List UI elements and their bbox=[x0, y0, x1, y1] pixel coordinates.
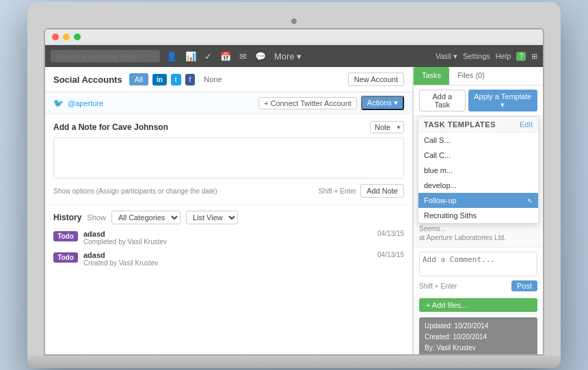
add-note-button[interactable]: Add Note bbox=[360, 184, 404, 198]
chart-icon[interactable]: 📊 bbox=[183, 50, 198, 63]
todo-badge: Todo bbox=[53, 231, 78, 241]
comment-area: Shift + Enter Post bbox=[414, 247, 543, 295]
note-footer-right: Shift + Enter Add Note bbox=[319, 184, 404, 198]
dropdown-edit-button[interactable]: Edit bbox=[520, 120, 533, 129]
new-account-button[interactable]: New Account bbox=[348, 72, 404, 86]
twitter-icon: 🐦 bbox=[53, 98, 64, 108]
cursor-icon: ↖ bbox=[527, 197, 533, 204]
history-text: adasd Completed by Vasil Krustev bbox=[83, 230, 372, 246]
dropdown-item[interactable]: Call S... bbox=[418, 133, 538, 148]
note-section: Add a Note for Cave Johnson Note ▼ Show … bbox=[45, 114, 412, 205]
history-item-sub: Created by Vasil Krustev bbox=[83, 259, 372, 267]
dropdown-header: TASK TEMPLATES Edit bbox=[418, 117, 538, 133]
check-icon[interactable]: ✓ bbox=[202, 50, 214, 63]
seems-text: Seems... bbox=[414, 224, 543, 234]
comment-input[interactable] bbox=[419, 252, 537, 276]
search-input[interactable] bbox=[51, 50, 160, 62]
task-templates-dropdown: TASK TEMPLATES Edit Call S... Call C... … bbox=[418, 116, 539, 224]
add-files-button[interactable]: + Add files... bbox=[419, 298, 537, 312]
comment-footer: Shift + Enter Post bbox=[419, 280, 537, 291]
laptop-screen: 👤 📊 ✓ 📅 ✉ 💬 More ▾ Vasil ▾ Settings Help… bbox=[44, 28, 544, 356]
dropdown-item[interactable]: Call C... bbox=[418, 148, 538, 163]
traffic-lights bbox=[45, 29, 543, 45]
facebook-filter-button[interactable]: f bbox=[185, 74, 196, 85]
social-accounts-title: Social Accounts bbox=[53, 75, 122, 85]
history-date: 04/13/15 bbox=[377, 251, 404, 259]
task-buttons: Add a Task Apply a Template ▾ bbox=[414, 85, 543, 116]
minimize-button[interactable] bbox=[63, 34, 70, 40]
history-text: adasd Created by Vasil Krustev bbox=[83, 251, 372, 267]
social-bar: Social Accounts All in t f None New Acco… bbox=[45, 67, 412, 92]
note-title: Add a Note for Cave Johnson bbox=[53, 122, 168, 132]
tab-files[interactable]: Files (0) bbox=[449, 67, 493, 85]
close-button[interactable] bbox=[52, 34, 59, 40]
dropdown-title: TASK TEMPLATES bbox=[424, 120, 496, 129]
calendar-icon[interactable]: 📅 bbox=[218, 50, 233, 63]
maximize-button[interactable] bbox=[74, 34, 81, 40]
all-filter-button[interactable]: All bbox=[129, 73, 148, 85]
show-options-link[interactable]: Show options (Assign participants or cha… bbox=[53, 187, 217, 195]
at-text: at Aperture Laboratories Ltd. bbox=[414, 234, 543, 244]
add-task-button[interactable]: Add a Task bbox=[419, 90, 466, 111]
history-section: History Show All Categories List View To… bbox=[45, 205, 412, 354]
view-select[interactable]: List View bbox=[186, 211, 238, 224]
todo-badge: Todo bbox=[53, 252, 78, 263]
tasks-tabs: Tasks Files (0) bbox=[414, 67, 543, 85]
dropdown-item[interactable]: develop... bbox=[418, 178, 538, 193]
nav-bar: 👤 📊 ✓ 📅 ✉ 💬 More ▾ Vasil ▾ Settings Help… bbox=[45, 45, 543, 67]
nav-right: Vasil ▾ Settings Help ? ⊞ bbox=[436, 52, 537, 61]
shift-enter-hint: Shift + Enter bbox=[319, 187, 356, 195]
dropdown-item[interactable]: Recruiting Siths bbox=[418, 208, 538, 223]
note-textarea[interactable] bbox=[53, 137, 404, 179]
dropdown-item[interactable]: blue m... bbox=[418, 163, 538, 178]
mail-icon[interactable]: ✉ bbox=[237, 50, 249, 63]
grid-icon[interactable]: ⊞ bbox=[531, 52, 537, 61]
history-date: 04/13/15 bbox=[377, 230, 404, 237]
camera-dot bbox=[291, 18, 297, 24]
history-item-title: adasd bbox=[83, 251, 372, 259]
shift-enter-hint: Shift + Enter bbox=[419, 282, 457, 290]
linkedin-filter-button[interactable]: in bbox=[152, 74, 167, 85]
apply-template-button[interactable]: Apply a Template ▾ bbox=[468, 90, 537, 111]
created-text: Created: 10/20/2014 bbox=[425, 332, 532, 343]
twitter-handle[interactable]: @aperture bbox=[68, 99, 103, 107]
note-header: Add a Note for Cave Johnson Note ▼ bbox=[53, 121, 404, 133]
history-item: Todo adasd Completed by Vasil Krustev 04… bbox=[53, 230, 404, 246]
dropdown-item-followup[interactable]: Follow-up ↖ bbox=[418, 193, 538, 208]
twitter-row: 🐦 @aperture + Connect Twitter Account Ac… bbox=[45, 92, 412, 114]
right-panel: Tasks Files (0) Add a Task Apply a Templ… bbox=[413, 67, 543, 354]
note-type-select[interactable]: Note bbox=[370, 121, 404, 133]
actions-button[interactable]: Actions ▾ bbox=[361, 96, 404, 110]
connect-twitter-button[interactable]: + Connect Twitter Account bbox=[258, 97, 357, 109]
help-badge: ? bbox=[516, 52, 526, 61]
note-type-wrapper: Note ▼ bbox=[370, 121, 404, 133]
twitter-filter-button[interactable]: t bbox=[171, 74, 181, 85]
history-item-title: adasd bbox=[83, 230, 372, 238]
help-link[interactable]: Help bbox=[496, 52, 511, 60]
note-footer: Show options (Assign participants or cha… bbox=[53, 184, 404, 198]
history-item: Todo adasd Created by Vasil Krustev 04/1… bbox=[53, 251, 404, 267]
laptop-base bbox=[27, 356, 561, 368]
more-label[interactable]: More ▾ bbox=[272, 50, 304, 63]
person-icon[interactable]: 👤 bbox=[164, 50, 179, 63]
history-title: History bbox=[53, 213, 81, 222]
category-select[interactable]: All Categories bbox=[111, 211, 181, 224]
show-label: Show bbox=[87, 213, 106, 222]
post-button[interactable]: Post bbox=[511, 280, 537, 291]
chat-icon[interactable]: 💬 bbox=[253, 50, 268, 63]
tab-tasks[interactable]: Tasks bbox=[414, 67, 449, 85]
meta-info: Updated: 10/20/2014 Created: 10/20/2014 … bbox=[419, 317, 537, 356]
vasil-menu[interactable]: Vasil ▾ bbox=[436, 52, 457, 61]
main-content: Social Accounts All in t f None New Acco… bbox=[45, 67, 543, 354]
history-item-sub: Completed by Vasil Krustev bbox=[83, 238, 372, 246]
none-filter-button[interactable]: None bbox=[199, 74, 226, 85]
history-header: History Show All Categories List View bbox=[53, 211, 404, 224]
updated-text: Updated: 10/20/2014 bbox=[425, 321, 532, 332]
left-panel: Social Accounts All in t f None New Acco… bbox=[45, 67, 413, 354]
settings-link[interactable]: Settings bbox=[463, 52, 490, 60]
by-text: By: Vasil Krustev bbox=[425, 343, 532, 354]
